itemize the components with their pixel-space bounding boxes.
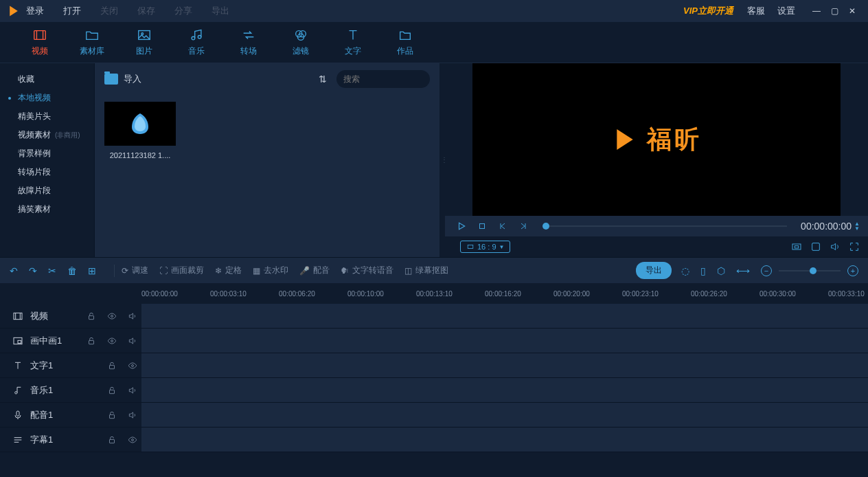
zoom-out-button[interactable]: − <box>761 265 772 276</box>
track-lock-button[interactable] <box>87 311 100 321</box>
svg-rect-23 <box>18 340 21 343</box>
track-lane[interactable] <box>141 353 868 377</box>
timeline-ruler[interactable]: 00:00:00:0000:00:03:1000:00:06:2000:00:1… <box>0 283 868 304</box>
service-button[interactable]: 客服 <box>747 5 765 17</box>
redo-button[interactable]: ↷ <box>29 265 37 276</box>
ruler-tick: 00:00:06:20 <box>279 290 315 298</box>
track-eye-button[interactable] <box>107 336 121 346</box>
timecode-stepper[interactable]: ▲▼ <box>854 221 860 231</box>
tab-filter[interactable]: 滤镜 <box>275 27 327 57</box>
login-button[interactable]: 登录 <box>26 5 44 17</box>
crop-preview-icon[interactable] <box>810 241 821 252</box>
track-lock-button[interactable] <box>107 435 121 445</box>
sidebar-item-glitch-clip[interactable]: 故障片段 <box>0 181 94 200</box>
ruler-tick: 00:00:30:00 <box>760 290 796 298</box>
prev-button[interactable] <box>494 218 511 234</box>
dub-button[interactable]: 🎤 配音 <box>299 265 330 276</box>
title-bar: 登录 打开 关闭 保存 分享 导出 VIP立即开通 客服 设置 ― ▢ ✕ <box>0 0 868 22</box>
timecode-display: 00:00:00:00 <box>801 221 852 232</box>
cut-button[interactable]: ✂ <box>48 265 56 276</box>
track-vol-button[interactable] <box>128 311 141 321</box>
tab-video[interactable]: 视频 <box>14 27 66 57</box>
export-button[interactable]: 导出 <box>636 262 672 279</box>
snapshot-icon[interactable] <box>791 241 802 252</box>
track-vol-button[interactable] <box>128 386 141 395</box>
clip-name: 20211123182 1.... <box>104 151 176 159</box>
svg-rect-30 <box>16 411 19 416</box>
search-box[interactable] <box>336 70 430 88</box>
vip-link[interactable]: VIP立即开通 <box>683 5 733 17</box>
svg-point-27 <box>132 364 134 366</box>
svg-rect-20 <box>89 315 94 319</box>
sidebar-item-favorites[interactable]: 收藏 <box>0 70 94 89</box>
shield-icon[interactable]: ⬡ <box>717 265 725 276</box>
split-button[interactable]: ⊞ <box>88 265 96 276</box>
tab-text[interactable]: 文字 <box>327 27 379 57</box>
zoom-slider[interactable] <box>779 270 841 271</box>
effect-icon[interactable]: ◌ <box>681 265 689 276</box>
track-lane[interactable] <box>141 403 868 427</box>
track-header: 配音1 <box>0 403 141 427</box>
close-icon[interactable]: ✕ <box>843 2 861 20</box>
pip-icon <box>12 335 23 346</box>
minimize-icon[interactable]: ― <box>808 2 825 20</box>
sort-icon[interactable]: ⇅ <box>319 74 327 85</box>
sidebar-item-local-video[interactable]: 本地视频 <box>0 89 94 107</box>
fullscreen-icon[interactable] <box>849 241 860 252</box>
track-eye-button[interactable] <box>128 435 141 445</box>
maximize-icon[interactable]: ▢ <box>825 2 843 20</box>
fit-icon[interactable]: ⟷ <box>736 265 750 276</box>
watermark-button[interactable]: ▦ 去水印 <box>253 265 288 276</box>
tab-transition[interactable]: 转场 <box>222 27 275 57</box>
tts-button[interactable]: 🗣 文字转语音 <box>341 265 393 276</box>
track-lane[interactable] <box>141 428 868 452</box>
delete-button[interactable]: 🗑 <box>67 265 77 276</box>
greenscreen-button[interactable]: ◫ 绿幕抠图 <box>404 265 448 276</box>
player-controls: 00:00:00:00 ▲▼ <box>445 216 868 236</box>
sidebar-item-background[interactable]: 背景样例 <box>0 144 94 163</box>
track-lock-button[interactable] <box>87 336 100 346</box>
crop-button[interactable]: ⛶ 画面裁剪 <box>159 265 204 276</box>
tab-image[interactable]: 图片 <box>118 27 170 57</box>
next-button[interactable] <box>515 218 532 234</box>
ruler-tick: 00:00:16:20 <box>485 290 521 298</box>
track-lane[interactable] <box>141 378 868 402</box>
tab-works[interactable]: 作品 <box>379 27 431 57</box>
settings-button[interactable]: 设置 <box>777 5 795 17</box>
speed-button[interactable]: ⟳ 调速 <box>122 265 148 276</box>
track-lane[interactable] <box>141 304 868 328</box>
track-vol-button[interactable] <box>128 336 141 346</box>
zoom-in-button[interactable]: + <box>847 265 858 276</box>
import-button[interactable]: 导入 <box>104 73 141 85</box>
playhead-slider[interactable] <box>542 225 787 227</box>
aspect-ratio-button[interactable]: 16 : 9 ▼ <box>460 241 510 253</box>
stop-button[interactable] <box>474 218 490 234</box>
open-button[interactable]: 打开 <box>63 5 81 17</box>
sidebar-item-funny[interactable]: 搞笑素材 <box>0 200 94 219</box>
track-lock-button[interactable] <box>107 386 121 395</box>
track-lock-button[interactable] <box>107 410 121 420</box>
undo-button[interactable]: ↶ <box>10 265 18 276</box>
foxit-logo-icon <box>611 126 639 153</box>
ruler-tick: 00:00:23:10 <box>622 290 659 298</box>
track-lane[interactable] <box>141 329 868 353</box>
image-icon <box>137 27 152 43</box>
sidebar-item-transition-clip[interactable]: 转场片段 <box>0 163 94 181</box>
edit-toolbar: ↶ ↷ ✂ 🗑 ⊞ ⟳ 调速 ⛶ 画面裁剪 ❄ 定格 ▦ 去水印 🎤 配音 🗣 … <box>0 257 868 283</box>
tab-material[interactable]: 素材库 <box>66 27 118 57</box>
track-eye-button[interactable] <box>128 361 141 370</box>
panel-resizer[interactable] <box>439 63 445 257</box>
sidebar-item-video-material[interactable]: 视频素材(非商用) <box>0 126 94 144</box>
freeze-button[interactable]: ❄ 定格 <box>215 265 242 276</box>
marker-icon[interactable]: ▯ <box>700 265 706 276</box>
track-eye-button[interactable] <box>107 311 121 321</box>
play-button[interactable] <box>453 218 470 234</box>
track-lock-button[interactable] <box>107 361 121 370</box>
media-clip[interactable]: 20211123182 1.... <box>104 102 176 159</box>
ruler-tick: 00:00:03:10 <box>210 290 247 298</box>
track-vol-button[interactable] <box>128 410 141 420</box>
search-input[interactable] <box>343 74 446 84</box>
volume-icon[interactable] <box>830 241 841 252</box>
tab-music[interactable]: 音乐 <box>170 27 222 57</box>
sidebar-item-intro[interactable]: 精美片头 <box>0 107 94 126</box>
